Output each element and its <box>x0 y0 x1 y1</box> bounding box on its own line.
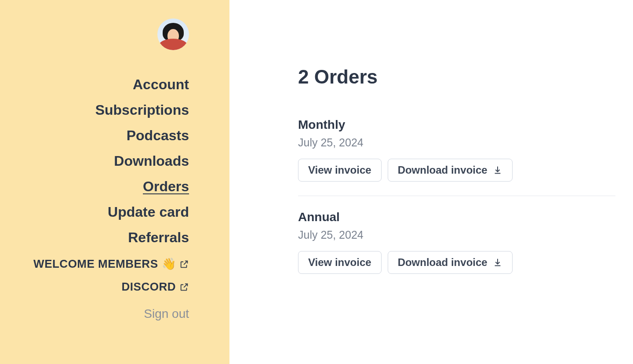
order-item: Monthly July 25, 2024 View invoice Downl… <box>298 118 615 196</box>
order-actions: View invoice Download invoice <box>298 251 615 274</box>
page-title: 2 Orders <box>298 66 615 88</box>
avatar[interactable] <box>157 18 189 50</box>
download-icon <box>493 258 502 267</box>
view-invoice-button[interactable]: View invoice <box>298 251 382 274</box>
order-date: July 25, 2024 <box>298 229 615 241</box>
order-actions: View invoice Download invoice <box>298 159 615 182</box>
download-invoice-button[interactable]: Download invoice <box>388 159 513 182</box>
sidebar-item-referrals[interactable]: Referrals <box>128 229 189 246</box>
external-link-icon <box>179 259 189 269</box>
button-label: View invoice <box>308 164 371 176</box>
sign-out-link[interactable]: Sign out <box>144 307 189 321</box>
wave-icon: 👋 <box>162 257 176 272</box>
sidebar-item-discord[interactable]: DISCORD <box>122 280 189 295</box>
download-icon <box>493 165 502 175</box>
button-label: Download invoice <box>398 256 487 269</box>
sidebar-item-update-card[interactable]: Update card <box>108 203 189 221</box>
order-name: Monthly <box>298 118 615 132</box>
order-date: July 25, 2024 <box>298 136 615 149</box>
sidebar-item-account[interactable]: Account <box>133 76 189 93</box>
sidebar-item-welcome-members[interactable]: WELCOME MEMBERS 👋 <box>33 257 189 272</box>
sidebar: Account Subscriptions Podcasts Downloads… <box>0 0 229 364</box>
sidebar-item-label: WELCOME MEMBERS <box>33 257 158 272</box>
sidebar-item-orders[interactable]: Orders <box>143 178 189 195</box>
main-content: 2 Orders Monthly July 25, 2024 View invo… <box>229 0 633 364</box>
order-item: Annual July 25, 2024 View invoice Downlo… <box>298 196 615 288</box>
view-invoice-button[interactable]: View invoice <box>298 159 382 182</box>
external-link-icon <box>179 282 189 292</box>
order-name: Annual <box>298 210 615 224</box>
button-label: View invoice <box>308 256 371 269</box>
sidebar-item-podcasts[interactable]: Podcasts <box>127 127 189 144</box>
sidebar-item-label: DISCORD <box>122 280 176 295</box>
sidebar-item-downloads[interactable]: Downloads <box>114 152 189 170</box>
sidebar-nav: Account Subscriptions Podcasts Downloads… <box>33 76 189 321</box>
sidebar-item-subscriptions[interactable]: Subscriptions <box>95 101 189 119</box>
download-invoice-button[interactable]: Download invoice <box>388 251 513 274</box>
button-label: Download invoice <box>398 164 487 176</box>
